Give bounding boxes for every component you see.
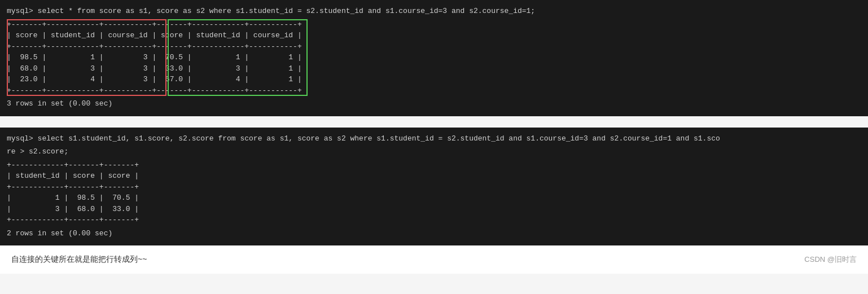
command-2-line1: mysql> select s1.student_id, s1.score, s…	[7, 133, 861, 144]
csdn-watermark: CSDN @旧时言	[804, 254, 857, 265]
rows-info-2: 2 rows in set (0.00 sec)	[7, 228, 861, 239]
terminal-block-2: mysql> select s1.student_id, s1.score, s…	[0, 128, 868, 246]
page-wrapper: mysql> select * from score as s1, score …	[0, 0, 868, 274]
rows-info-1: 3 rows in set (0.00 sec)	[7, 98, 861, 109]
gap-between-terminals	[0, 116, 868, 128]
command-1: mysql> select * from score as s1, score …	[7, 6, 861, 17]
terminal-block-1: mysql> select * from score as s1, score …	[0, 0, 868, 116]
table1-container: +-------+------------+-----------+------…	[7, 19, 302, 96]
ascii-table-1: +-------+------------+-----------+------…	[7, 19, 302, 96]
ascii-table-2: +------------+-------+-------+ | student…	[7, 160, 861, 226]
annotation-area: 自连接的关键所在就是能把行转成列~~ CSDN @旧时言	[0, 245, 868, 274]
command-2-line2: re > s2.score;	[7, 146, 861, 157]
annotation-text: 自连接的关键所在就是能把行转成列~~	[11, 254, 147, 265]
